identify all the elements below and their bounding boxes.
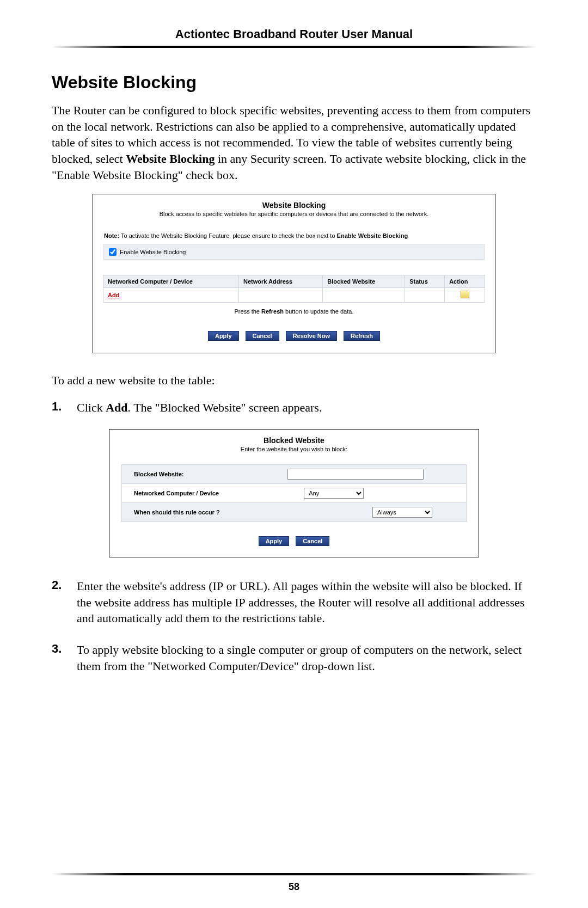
- step1-num: 1.: [52, 400, 67, 416]
- step-1: 1. Click Add. The "Blocked Website" scre…: [52, 400, 536, 416]
- step2-b: or: [223, 579, 239, 593]
- fig2-apply-button[interactable]: Apply: [259, 536, 290, 546]
- col-device: Networked Computer / Device: [103, 275, 239, 288]
- step2-ip2: IP: [235, 596, 246, 609]
- step1-text: Click Add. The "Blocked Website" screen …: [77, 400, 536, 416]
- refresh-button[interactable]: Refresh: [344, 331, 380, 341]
- step1-pre: Click: [77, 401, 106, 414]
- fig2-row-schedule: When should this rule occur ? Always: [122, 503, 466, 522]
- header-rule: [52, 46, 536, 48]
- step1-post: . The "Blocked Website" screen appears.: [128, 401, 322, 414]
- step2-ip: IP: [213, 579, 224, 593]
- fig1-note-bold: Enable Website Blocking: [337, 232, 408, 239]
- action-edit-icon[interactable]: [461, 291, 469, 298]
- add-link[interactable]: Add: [108, 292, 119, 298]
- step3-num: 3.: [52, 642, 67, 674]
- fig1-note-prefix: Note:: [104, 232, 119, 239]
- step2-a: Enter the website's address (: [77, 579, 213, 593]
- step2-url: URL: [239, 579, 263, 593]
- fig1-subtitle: Block access to specific websites for sp…: [93, 211, 495, 217]
- col-blocked: Blocked Website: [323, 275, 405, 288]
- page-number: 58: [0, 881, 588, 893]
- fig2-title: Blocked Website: [109, 436, 479, 445]
- refresh-note-bold: Refresh: [261, 308, 284, 315]
- fig2-subtitle: Enter the website that you wish to block…: [109, 446, 479, 452]
- table-row: Add: [103, 288, 485, 303]
- resolve-now-button[interactable]: Resolve Now: [286, 331, 337, 341]
- step2-num: 2.: [52, 578, 67, 627]
- section-heading: Website Blocking: [52, 72, 536, 93]
- lead2: To add a new website to the table:: [52, 372, 536, 389]
- refresh-note-post: button to update the data.: [284, 308, 353, 315]
- step3-text: To apply website blocking to a single co…: [77, 642, 536, 674]
- fig2-button-row: Apply Cancel: [109, 536, 479, 546]
- fig1-note-mid: To activate the Website Blocking Feature…: [119, 232, 337, 239]
- fig2-row1-label: Blocked Website:: [134, 471, 287, 477]
- apply-button[interactable]: Apply: [208, 331, 239, 341]
- intro-bold: Website Blocking: [126, 152, 215, 165]
- fig1-button-row: Apply Cancel Resolve Now Refresh: [93, 331, 495, 341]
- fig1-title: Website Blocking: [93, 201, 495, 210]
- table-header-row: Networked Computer / Device Network Addr…: [103, 275, 485, 288]
- fig1-note: Note: To activate the Website Blocking F…: [93, 232, 495, 239]
- blocked-website-input[interactable]: [287, 469, 424, 480]
- blocking-table: Networked Computer / Device Network Addr…: [103, 275, 485, 303]
- intro-paragraph: The Router can be configured to block sp…: [52, 102, 536, 183]
- enable-website-blocking-label: Enable Website Blocking: [120, 249, 186, 255]
- step-2: 2. Enter the website's address (IP or UR…: [52, 578, 536, 627]
- col-status: Status: [405, 275, 445, 288]
- step1-bold: Add: [106, 401, 127, 414]
- blocked-website-figure: Blocked Website Enter the website that y…: [109, 429, 479, 557]
- enable-website-blocking-checkbox[interactable]: [109, 248, 117, 256]
- fig2-cancel-button[interactable]: Cancel: [296, 536, 329, 546]
- col-address: Network Address: [239, 275, 323, 288]
- cancel-button[interactable]: Cancel: [246, 331, 279, 341]
- col-action: Action: [445, 275, 485, 288]
- fig2-row-device: Networked Computer / Device Any: [122, 484, 466, 503]
- fig2-row3-label: When should this rule occur ?: [134, 509, 287, 516]
- enable-website-blocking-row: Enable Website Blocking: [103, 244, 485, 260]
- refresh-note: Press the Refresh button to update the d…: [93, 308, 495, 315]
- header-title: Actiontec Broadband Router User Manual: [52, 27, 536, 41]
- fig2-row2-label: Networked Computer / Device: [134, 490, 287, 496]
- refresh-note-pre: Press the: [235, 308, 262, 315]
- fig2-row-blocked-website: Blocked Website:: [122, 465, 466, 484]
- networked-device-select[interactable]: Any: [304, 488, 364, 499]
- step-3: 3. To apply website blocking to a single…: [52, 642, 536, 674]
- website-blocking-figure: Website Blocking Block access to specifi…: [93, 194, 495, 353]
- schedule-select[interactable]: Always: [372, 507, 432, 518]
- footer-rule: [52, 873, 536, 875]
- step2-text: Enter the website's address (IP or URL).…: [77, 578, 536, 627]
